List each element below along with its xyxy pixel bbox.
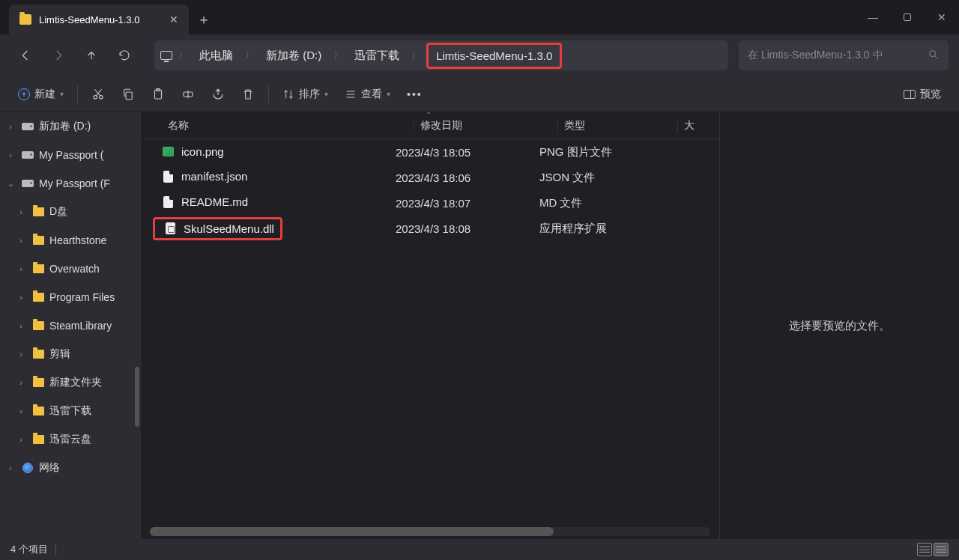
column-type[interactable]: 类型 bbox=[557, 119, 677, 133]
network-icon bbox=[21, 463, 34, 473]
expand-icon[interactable]: › bbox=[15, 236, 27, 245]
breadcrumb-segment[interactable]: 新加卷 (D:) bbox=[260, 46, 327, 66]
sidebar-scrollbar[interactable] bbox=[135, 367, 139, 427]
preview-button[interactable]: 预览 bbox=[896, 82, 949, 106]
sidebar-item[interactable]: ›迅雷下载 bbox=[0, 397, 141, 425]
expand-icon[interactable]: › bbox=[15, 407, 27, 416]
expand-icon[interactable]: › bbox=[15, 350, 27, 359]
close-window-button[interactable]: ✕ bbox=[925, 0, 959, 34]
sidebar-item-label: 新建文件夹 bbox=[49, 376, 102, 389]
maximize-button[interactable] bbox=[890, 0, 925, 34]
folder-icon bbox=[31, 350, 45, 359]
cut-button[interactable] bbox=[84, 82, 112, 106]
sidebar-item-label: My Passport ( bbox=[39, 149, 103, 161]
sidebar-item[interactable]: ›网络 bbox=[0, 454, 141, 482]
breadcrumb[interactable]: 〉 此电脑 〉 新加卷 (D:) 〉 迅雷下载 〉 Limtis-SeedMen… bbox=[154, 40, 728, 70]
file-name: README.md bbox=[181, 195, 248, 208]
sidebar-item[interactable]: ›Overwatch bbox=[0, 255, 141, 283]
sidebar-item-label: 新加卷 (D:) bbox=[39, 120, 91, 133]
folder-icon bbox=[31, 321, 45, 330]
file-row[interactable]: README.md2023/4/3 18:07MD 文件 bbox=[141, 190, 719, 216]
share-button[interactable] bbox=[204, 82, 232, 106]
breadcrumb-segment[interactable]: 此电脑 bbox=[193, 46, 239, 66]
file-name: icon.png bbox=[181, 145, 224, 158]
sidebar-item[interactable]: ›新建文件夹 bbox=[0, 368, 141, 397]
sidebar-item[interactable]: ›Hearthstone bbox=[0, 226, 141, 255]
sidebar-item-label: Program Files bbox=[49, 291, 115, 303]
sidebar-item[interactable]: ›D盘 bbox=[0, 198, 141, 226]
copy-button[interactable] bbox=[114, 82, 142, 106]
sidebar-item[interactable]: ›新加卷 (D:) bbox=[0, 112, 141, 141]
file-name-cell: SkulSeedMenu.dll bbox=[156, 217, 396, 240]
file-row[interactable]: manifest.json2023/4/3 18:06JSON 文件 bbox=[141, 165, 719, 190]
file-type: JSON 文件 bbox=[539, 171, 667, 185]
sort-button[interactable]: 排序 ▾ bbox=[275, 82, 336, 106]
column-size[interactable]: 大 bbox=[677, 119, 707, 133]
dll-icon bbox=[166, 222, 175, 234]
file-name-cell: icon.png bbox=[156, 145, 396, 159]
chevron-down-icon: ▾ bbox=[324, 90, 328, 98]
back-button[interactable] bbox=[10, 40, 40, 70]
horizontal-scrollbar[interactable] bbox=[150, 527, 710, 536]
rename-button[interactable] bbox=[174, 82, 202, 106]
close-tab-icon[interactable]: ✕ bbox=[169, 13, 178, 25]
file-type: PNG 图片文件 bbox=[539, 145, 667, 159]
ellipsis-icon: ••• bbox=[407, 88, 423, 100]
folder-icon bbox=[31, 378, 45, 387]
expand-icon[interactable]: › bbox=[15, 293, 27, 302]
chevron-right-icon: 〉 bbox=[240, 49, 258, 62]
search-placeholder: 在 Limtis-SeedMenu-1.3.0 中 bbox=[748, 49, 922, 62]
folder-icon bbox=[31, 207, 45, 216]
folder-icon bbox=[31, 435, 45, 444]
sidebar-item[interactable]: ›迅雷云盘 bbox=[0, 425, 141, 454]
list-view-button[interactable] bbox=[934, 543, 949, 556]
titlebar: Limtis-SeedMenu-1.3.0 ✕ ＋ — ✕ bbox=[0, 0, 959, 34]
expand-icon[interactable]: ⌄ bbox=[4, 179, 16, 189]
file-row[interactable]: SkulSeedMenu.dll2023/4/3 18:08应用程序扩展 bbox=[141, 216, 719, 241]
image-icon bbox=[163, 147, 174, 156]
delete-button[interactable] bbox=[234, 82, 262, 106]
search-icon[interactable] bbox=[928, 49, 940, 63]
window-tab[interactable]: Limtis-SeedMenu-1.3.0 ✕ bbox=[9, 4, 189, 34]
expand-icon[interactable]: › bbox=[15, 435, 27, 444]
sort-indicator-icon: ⌃ bbox=[426, 112, 432, 119]
navbar: 〉 此电脑 〉 新加卷 (D:) 〉 迅雷下载 〉 Limtis-SeedMen… bbox=[0, 34, 959, 76]
expand-icon[interactable]: › bbox=[15, 264, 27, 273]
column-name[interactable]: 名称 bbox=[162, 119, 414, 133]
sidebar-item[interactable]: ›My Passport ( bbox=[0, 141, 141, 169]
expand-icon[interactable]: › bbox=[15, 207, 27, 216]
sidebar-item[interactable]: ⌄My Passport (F bbox=[0, 169, 141, 198]
expand-icon[interactable]: › bbox=[4, 463, 16, 472]
main-area: ⌃ 名称 修改日期 类型 大 icon.png2023/4/3 18:05PNG… bbox=[141, 112, 959, 539]
refresh-button[interactable] bbox=[109, 40, 139, 70]
view-button[interactable]: 查看 ▾ bbox=[337, 82, 398, 106]
sidebar-item[interactable]: ›SteamLibrary bbox=[0, 311, 141, 340]
file-date: 2023/4/3 18:05 bbox=[396, 146, 539, 159]
up-button[interactable] bbox=[76, 40, 106, 70]
expand-icon[interactable]: › bbox=[15, 378, 27, 387]
forward-button[interactable] bbox=[43, 40, 73, 70]
status-item-count: 4 个项目 bbox=[10, 543, 48, 556]
drive-icon bbox=[21, 123, 34, 130]
expand-icon[interactable]: › bbox=[4, 150, 16, 159]
chevron-down-icon: ▾ bbox=[387, 90, 390, 98]
breadcrumb-segment[interactable]: 迅雷下载 bbox=[348, 46, 405, 66]
breadcrumb-current[interactable]: Limtis-SeedMenu-1.3.0 bbox=[426, 43, 562, 69]
details-view-button[interactable] bbox=[917, 543, 932, 556]
expand-icon[interactable]: › bbox=[4, 122, 16, 131]
sidebar-item[interactable]: ›Program Files bbox=[0, 283, 141, 311]
minimize-button[interactable]: — bbox=[856, 0, 890, 34]
paste-button[interactable] bbox=[144, 82, 172, 106]
chevron-right-icon: 〉 bbox=[329, 49, 347, 62]
more-button[interactable]: ••• bbox=[399, 82, 430, 106]
file-date: 2023/4/3 18:08 bbox=[396, 222, 539, 235]
search-input[interactable]: 在 Limtis-SeedMenu-1.3.0 中 bbox=[739, 40, 949, 70]
expand-icon[interactable]: › bbox=[15, 321, 27, 330]
folder-icon bbox=[31, 407, 45, 416]
column-date[interactable]: 修改日期 bbox=[414, 119, 557, 133]
new-button[interactable]: + 新建 ▾ bbox=[10, 82, 71, 106]
new-tab-button[interactable]: ＋ bbox=[189, 4, 219, 34]
sidebar-item[interactable]: ›剪辑 bbox=[0, 340, 141, 368]
folder-icon bbox=[31, 264, 45, 273]
file-row[interactable]: icon.png2023/4/3 18:05PNG 图片文件 bbox=[141, 139, 719, 165]
